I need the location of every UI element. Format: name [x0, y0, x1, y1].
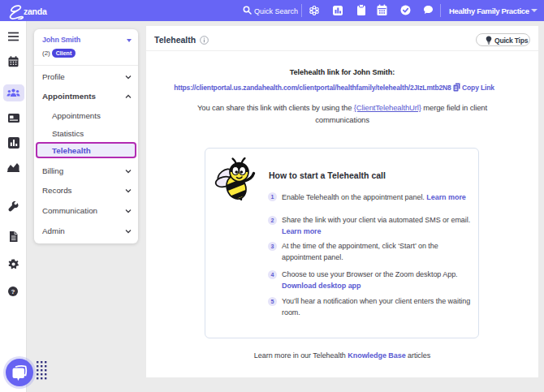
svg-text:?: ? — [11, 288, 15, 295]
